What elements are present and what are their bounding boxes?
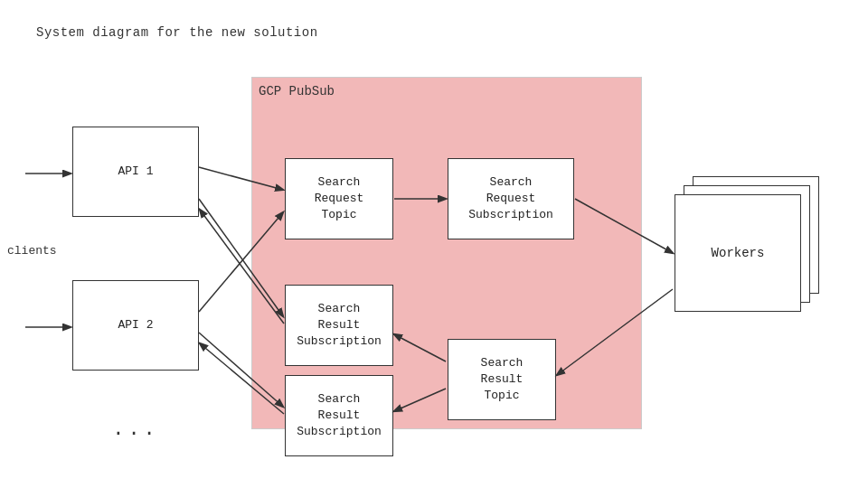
api1-box: API 1 xyxy=(72,127,199,217)
api2-label: API 2 xyxy=(118,317,153,333)
search-result-subscription-2-label: SearchResultSubscription xyxy=(297,391,382,441)
api2-box: API 2 xyxy=(72,280,199,371)
ellipsis: ... xyxy=(72,407,199,452)
search-request-topic-label: SearchRequestTopic xyxy=(315,174,364,224)
workers-label: Workers xyxy=(712,246,765,260)
diagram-title: System diagram for the new solution xyxy=(36,25,318,40)
search-request-subscription-box: SearchRequestSubscription xyxy=(448,158,574,239)
search-result-subscription-1-label: SearchResultSubscription xyxy=(297,301,382,351)
search-result-subscription-2-box: SearchResultSubscription xyxy=(285,375,393,456)
search-result-topic-label: SearchResultTopic xyxy=(481,355,524,405)
api1-label: API 1 xyxy=(118,164,153,180)
search-request-subscription-label: SearchRequestSubscription xyxy=(468,174,553,224)
search-request-topic-box: SearchRequestTopic xyxy=(285,158,393,239)
search-result-topic-box: SearchResultTopic xyxy=(448,339,556,420)
gcp-label: GCP PubSub xyxy=(259,84,335,99)
workers-front: Workers xyxy=(675,194,801,312)
search-result-subscription-1-box: SearchResultSubscription xyxy=(285,285,393,366)
clients-label: clients xyxy=(7,244,57,258)
